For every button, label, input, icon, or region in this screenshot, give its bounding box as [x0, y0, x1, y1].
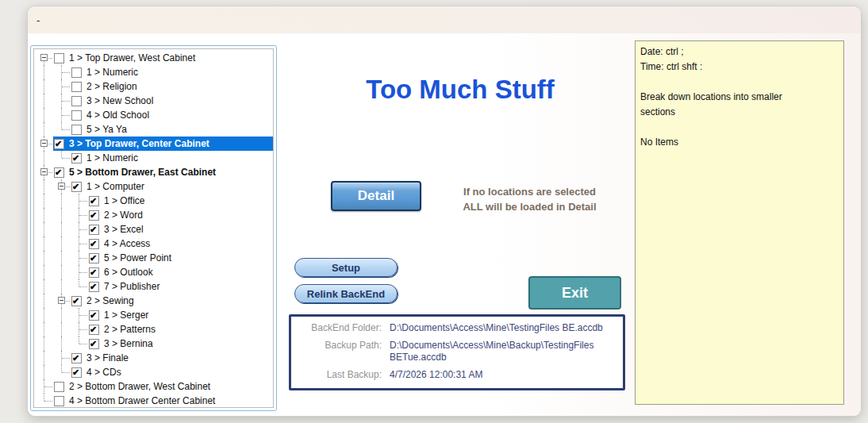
tree-checkbox[interactable]: [71, 296, 82, 306]
tree-item[interactable]: 1 > Serger: [36, 308, 273, 322]
tree-item-body[interactable]: 3 > Excel: [88, 222, 273, 236]
tree-item[interactable]: 1 > Numeric: [36, 65, 273, 79]
note-date: Date: ctrl ;: [640, 44, 839, 60]
tree-item-label: 2 > Patterns: [104, 324, 156, 335]
tree-checkbox[interactable]: [71, 153, 82, 163]
tree-item-body[interactable]: 4 > Access: [88, 236, 273, 251]
collapse-icon[interactable]: [58, 183, 65, 190]
tree-item-body[interactable]: 1 > Serger: [88, 308, 273, 322]
tree-item[interactable]: 2 > Sewing: [36, 294, 273, 308]
tree-item-body[interactable]: 1 > Computer: [71, 179, 273, 194]
tree-checkbox[interactable]: [54, 396, 64, 406]
tree-item[interactable]: 3 > New School: [36, 94, 273, 108]
tree-checkbox[interactable]: [71, 67, 82, 78]
collapse-icon[interactable]: [58, 297, 65, 304]
tree-item[interactable]: 4 > Access: [36, 236, 273, 251]
location-tree[interactable]: 1 > Top Drawer, West Cabinet1 > Numeric2…: [33, 48, 274, 408]
tree-checkbox[interactable]: [89, 325, 99, 335]
tree-item-body[interactable]: 5 > Bottom Drawer, East Cabinet: [53, 165, 273, 179]
tree-item-body[interactable]: 5 > Power Point: [88, 251, 273, 265]
tree-checkbox[interactable]: [54, 53, 64, 63]
tree-item[interactable]: 3 > Top Drawer, Center Cabinet: [36, 137, 273, 151]
tree-item-body[interactable]: 5 > Ya Ya: [71, 122, 273, 137]
tree-item[interactable]: 5 > Ya Ya: [36, 122, 273, 137]
tree-checkbox[interactable]: [71, 125, 82, 135]
setup-button[interactable]: Setup: [294, 258, 398, 277]
tree-guide: [36, 351, 53, 365]
tree-item-body[interactable]: 2 > Bottom Drawer, West Cabinet: [53, 379, 273, 394]
tree-checkbox[interactable]: [89, 267, 99, 278]
tree-item[interactable]: 1 > Numeric: [36, 151, 273, 165]
tree-item-body[interactable]: 1 > Numeric: [71, 65, 273, 79]
tree-item[interactable]: 1 > Office: [36, 194, 273, 208]
tree-item-body[interactable]: 3 > Top Drawer, Center Cabinet: [53, 137, 273, 151]
relink-backend-button[interactable]: Relink BackEnd: [294, 284, 398, 303]
tree-item[interactable]: 2 > Patterns: [36, 322, 273, 336]
tree-guide: [36, 94, 53, 108]
collapse-icon[interactable]: [40, 140, 48, 147]
tree-checkbox[interactable]: [71, 353, 82, 363]
tree-item-label: 3 > New School: [86, 95, 153, 106]
tree-checkbox[interactable]: [71, 82, 82, 92]
tree-item[interactable]: 1 > Top Drawer, West Cabinet: [36, 51, 273, 65]
tree-checkbox[interactable]: [89, 239, 99, 249]
tree-guide: [53, 336, 71, 351]
tree-checkbox[interactable]: [71, 182, 82, 192]
tree-item[interactable]: 5 > Bottom Drawer, East Cabinet: [36, 165, 273, 179]
tree-guide: [36, 151, 53, 165]
tree-item-body[interactable]: 4 > Bottom Drawer Center Cabinet: [53, 394, 273, 408]
tree-checkbox[interactable]: [89, 196, 99, 206]
tree-item-label: 2 > Religion: [86, 81, 137, 92]
tree-item-label: 2 > Bottom Drawer, West Cabinet: [69, 381, 210, 392]
tree-item-body[interactable]: 4 > Old School: [71, 108, 273, 122]
detail-button[interactable]: Detail: [331, 181, 421, 211]
tree-checkbox[interactable]: [89, 225, 99, 235]
tree-item-label: 4 > Old School: [86, 110, 149, 121]
tree-item[interactable]: 6 > Outlook: [36, 265, 273, 279]
tree-connector: [71, 265, 88, 279]
tree-item[interactable]: 2 > Religion: [36, 79, 273, 94]
tree-checkbox[interactable]: [71, 367, 82, 378]
tree-item-body[interactable]: 4 > CDs: [71, 365, 273, 379]
tree-checkbox[interactable]: [71, 110, 82, 121]
tree-item-body[interactable]: 2 > Religion: [71, 79, 273, 94]
tree-guide: [36, 194, 53, 208]
tree-item-body[interactable]: 7 > Publisher: [88, 279, 273, 294]
tree-checkbox[interactable]: [54, 139, 64, 149]
tree-item[interactable]: 1 > Computer: [36, 179, 273, 194]
tree-checkbox[interactable]: [89, 210, 99, 221]
tree-item-body[interactable]: 3 > New School: [71, 94, 273, 108]
form-content: 1 > Top Drawer, West Cabinet1 > Numeric2…: [28, 33, 861, 416]
tree-item[interactable]: 2 > Word: [36, 208, 273, 222]
collapse-icon[interactable]: [40, 168, 48, 175]
tree-checkbox[interactable]: [89, 310, 99, 321]
tree-item-body[interactable]: 3 > Bernina: [88, 336, 273, 351]
tree-checkbox[interactable]: [54, 167, 64, 178]
tree-checkbox[interactable]: [89, 282, 99, 292]
tree-item-body[interactable]: 1 > Numeric: [71, 151, 273, 165]
tree-item[interactable]: 2 > Bottom Drawer, West Cabinet: [36, 379, 273, 394]
collapse-icon[interactable]: [40, 54, 48, 61]
tree-item[interactable]: 3 > Finale: [36, 351, 273, 365]
tree-item[interactable]: 3 > Excel: [36, 222, 273, 236]
tree-item-body[interactable]: 3 > Finale: [71, 351, 273, 365]
tree-item-body[interactable]: 1 > Top Drawer, West Cabinet: [53, 51, 273, 65]
tree-item-body[interactable]: 1 > Office: [88, 194, 273, 208]
tree-checkbox[interactable]: [71, 96, 82, 106]
tree-checkbox[interactable]: [89, 339, 99, 349]
tree-item-body[interactable]: 6 > Outlook: [88, 265, 273, 279]
tree-checkbox[interactable]: [54, 382, 64, 392]
tree-item[interactable]: 5 > Power Point: [36, 251, 273, 265]
tree-checkbox[interactable]: [89, 253, 99, 263]
tree-item[interactable]: 4 > Bottom Drawer Center Cabinet: [36, 394, 273, 408]
tree-item[interactable]: 3 > Bernina: [36, 336, 273, 351]
notes-panel: Date: ctrl ; Time: ctrl shft : Break dow…: [635, 40, 844, 405]
tree-item-body[interactable]: 2 > Sewing: [71, 294, 273, 308]
tree-item-body[interactable]: 2 > Patterns: [88, 322, 273, 336]
tree-item-body[interactable]: 2 > Word: [88, 208, 273, 222]
tree-item[interactable]: 7 > Publisher: [36, 279, 273, 294]
tree-item[interactable]: 4 > CDs: [36, 365, 273, 379]
exit-button[interactable]: Exit: [528, 276, 621, 310]
tree-item[interactable]: 4 > Old School: [36, 108, 273, 122]
tree-item-label: 5 > Bottom Drawer, East Cabinet: [69, 167, 216, 178]
